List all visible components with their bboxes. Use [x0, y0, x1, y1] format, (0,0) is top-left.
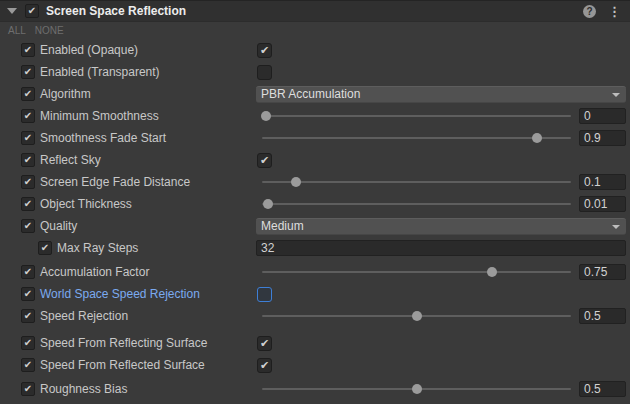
value-number-field[interactable]: 0.5	[579, 381, 626, 397]
slider-track	[262, 271, 571, 273]
row-reflect-sky: ✔Reflect Sky✔	[0, 149, 630, 171]
override-checkbox[interactable]: ✔	[21, 87, 35, 101]
slider-track	[262, 115, 571, 117]
value-slider[interactable]	[262, 105, 571, 127]
row-control: PBR Accumulation	[256, 83, 626, 105]
row-label: Speed Rejection	[40, 309, 128, 324]
help-icon[interactable]: ?	[583, 5, 596, 18]
row-label: Object Thickness	[40, 197, 132, 212]
override-checkbox[interactable]: ✔	[21, 358, 35, 372]
component-enabled-checkbox[interactable]: ✔	[25, 4, 39, 18]
slider-handle[interactable]	[487, 267, 497, 277]
slider-handle[interactable]	[291, 177, 301, 187]
value-number-field[interactable]: 0.9	[579, 130, 626, 146]
row-control	[256, 61, 626, 83]
row-accumulation-factor: ✔Accumulation Factor0.75	[0, 261, 630, 283]
row-label: Enabled (Opaque)	[40, 43, 138, 58]
override-checkbox[interactable]: ✔	[21, 43, 35, 57]
value-slider[interactable]	[262, 261, 571, 283]
slider-handle[interactable]	[412, 311, 422, 321]
value-checkbox[interactable]	[257, 65, 272, 80]
chevron-down-icon	[612, 93, 620, 97]
override-checkbox[interactable]: ✔	[21, 287, 35, 301]
rows: ✔Enabled (Opaque)✔✔Enabled (Transparent)…	[0, 37, 630, 400]
row-control: 0.5	[256, 305, 626, 327]
override-all-button[interactable]: ALL	[8, 25, 26, 36]
value-checkbox[interactable]: ✔	[257, 43, 272, 58]
value-text-field[interactable]: 32	[256, 240, 626, 256]
override-checkbox[interactable]: ✔	[21, 197, 35, 211]
override-checkbox[interactable]: ✔	[21, 382, 35, 396]
row-label: World Space Speed Rejection	[40, 287, 200, 302]
row-label: Algorithm	[40, 87, 91, 102]
row-quality: ✔QualityMedium	[0, 215, 630, 237]
override-checkbox[interactable]: ✔	[21, 175, 35, 189]
value-slider[interactable]	[262, 305, 571, 327]
override-checkbox[interactable]: ✔	[21, 219, 35, 233]
override-checkbox[interactable]: ✔	[38, 241, 52, 255]
value-checkbox[interactable]: ✔	[257, 153, 272, 168]
value-checkbox[interactable]	[257, 287, 272, 302]
value-checkbox[interactable]: ✔	[257, 358, 272, 373]
override-checkbox[interactable]: ✔	[21, 309, 35, 323]
value-slider[interactable]	[262, 127, 571, 149]
slider-handle[interactable]	[532, 133, 542, 143]
value-slider[interactable]	[262, 193, 571, 215]
override-checkbox[interactable]: ✔	[21, 65, 35, 79]
value-checkbox[interactable]: ✔	[257, 336, 272, 351]
component-header[interactable]: ✔ Screen Space Reflection ? ⋮	[0, 0, 630, 22]
row-control: 0.1	[256, 171, 626, 193]
kebab-menu-icon[interactable]: ⋮	[608, 5, 621, 18]
row-label: Speed From Reflected Surface	[40, 358, 205, 373]
dropdown-selected-value: Medium	[261, 219, 304, 233]
row-control: 0.9	[256, 127, 626, 149]
row-label: Max Ray Steps	[57, 241, 138, 256]
override-checkbox[interactable]: ✔	[21, 109, 35, 123]
value-number-field[interactable]: 0.01	[579, 196, 626, 212]
slider-handle[interactable]	[412, 384, 422, 394]
override-checkbox[interactable]: ✔	[21, 265, 35, 279]
row-label: Enabled (Transparent)	[40, 65, 160, 80]
row-enabled-transparent: ✔Enabled (Transparent)	[0, 61, 630, 83]
row-control: 0	[256, 105, 626, 127]
value-dropdown[interactable]: PBR Accumulation	[256, 86, 626, 103]
row-roughness-bias: ✔Roughness Bias0.5	[0, 378, 630, 400]
row-minimum-smoothness: ✔Minimum Smoothness0	[0, 105, 630, 127]
value-slider[interactable]	[262, 378, 571, 400]
slider-track	[262, 203, 571, 205]
row-control	[256, 283, 626, 305]
override-checkbox[interactable]: ✔	[21, 336, 35, 350]
row-label: Accumulation Factor	[40, 265, 149, 280]
value-number-field[interactable]: 0	[579, 108, 626, 124]
slider-group: 0.1	[256, 171, 626, 193]
row-label: Smoothness Fade Start	[40, 131, 166, 146]
override-toolbar: ALL NONE	[0, 22, 630, 37]
value-number-field[interactable]: 0.5	[579, 308, 626, 324]
row-label: Screen Edge Fade Distance	[40, 175, 190, 190]
ssr-inspector-panel: ✔ Screen Space Reflection ? ⋮ ALL NONE ✔…	[0, 0, 630, 404]
slider-handle[interactable]	[263, 199, 273, 209]
value-number-field[interactable]: 0.1	[579, 174, 626, 190]
value-dropdown[interactable]: Medium	[256, 218, 626, 235]
row-label: Roughness Bias	[40, 382, 127, 397]
override-none-button[interactable]: NONE	[35, 25, 64, 36]
row-smoothness-fade-start: ✔Smoothness Fade Start0.9	[0, 127, 630, 149]
row-enabled-opaque: ✔Enabled (Opaque)✔	[0, 39, 630, 61]
row-control: ✔	[256, 149, 626, 171]
row-max-ray-steps: ✔Max Ray Steps32	[0, 237, 630, 259]
row-label: Quality	[40, 219, 77, 234]
row-world-space-speed-rejection: ✔World Space Speed Rejection	[0, 283, 630, 305]
row-label: Reflect Sky	[40, 153, 101, 168]
override-checkbox[interactable]: ✔	[21, 131, 35, 145]
row-screen-edge-fade-distance: ✔Screen Edge Fade Distance0.1	[0, 171, 630, 193]
row-speed-rejection: ✔Speed Rejection0.5	[0, 305, 630, 327]
row-algorithm: ✔AlgorithmPBR Accumulation	[0, 83, 630, 105]
value-slider[interactable]	[262, 171, 571, 193]
override-checkbox[interactable]: ✔	[21, 153, 35, 167]
value-number-field[interactable]: 0.75	[579, 264, 626, 280]
slider-handle[interactable]	[261, 111, 271, 121]
slider-group: 0.9	[256, 127, 626, 149]
foldout-arrow-icon[interactable]	[7, 8, 17, 14]
slider-group: 0.75	[256, 261, 626, 283]
row-label: Minimum Smoothness	[40, 109, 159, 124]
